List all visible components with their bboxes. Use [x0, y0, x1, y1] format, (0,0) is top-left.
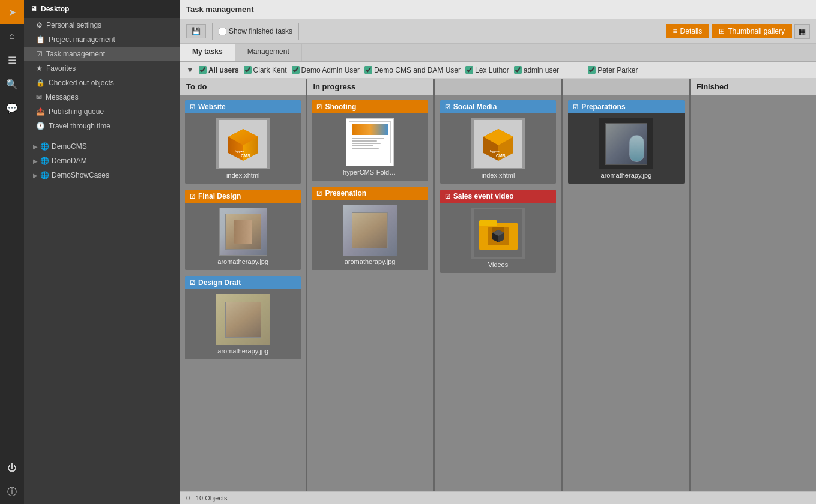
- file-thumb-design-draft: [216, 294, 270, 345]
- task-card-header-preparations: ☑ Preparations: [568, 100, 684, 113]
- nav-item-label: Task management: [46, 50, 105, 58]
- tab-my-tasks[interactable]: My tasks: [180, 44, 235, 61]
- sidebar-icon-menu[interactable]: ☰: [0, 48, 24, 72]
- cube-svg: hyper CMS: [219, 120, 267, 168]
- messages-icon: ✉: [36, 93, 42, 101]
- file-name-website: index.xhtml: [226, 172, 260, 179]
- filter-row: ▼ All users Clark Kent Demo Admin User D…: [180, 62, 816, 79]
- check-icon: ☑: [445, 193, 450, 200]
- lex-luthor-checkbox[interactable]: [465, 66, 473, 74]
- filter-all-users[interactable]: All users: [199, 66, 239, 74]
- svg-text:CMS: CMS: [496, 154, 506, 158]
- file-thumb-social-media: hyper CMS: [471, 118, 525, 169]
- show-finished-label[interactable]: Show finished tasks: [219, 27, 292, 35]
- filter-demo-cms-dam[interactable]: Demo CMS and DAM User: [364, 66, 461, 74]
- task-card-design-draft[interactable]: ☑ Design Draft aromatherapy.jpg: [185, 276, 301, 359]
- check-icon: ☑: [573, 104, 578, 110]
- task-card-body-shooting: hyperCMS-Folder_en.p...: [312, 113, 428, 181]
- kanban-column-finished: Finished: [691, 79, 816, 491]
- filter-admin-user[interactable]: admin user: [514, 66, 559, 74]
- sidebar-icon-info[interactable]: ⓘ: [0, 480, 24, 504]
- task-card-body-preparations: aromatherapy.jpg: [568, 113, 684, 184]
- sidebar-icon-home[interactable]: ⌂: [0, 24, 24, 48]
- nav-panel: 🖥 Desktop ⚙ Personal settings 📋 Project …: [24, 0, 180, 504]
- filter-clark-kent[interactable]: Clark Kent: [244, 66, 287, 74]
- details-view-button[interactable]: ≡ Details: [666, 24, 710, 38]
- arrow-right-icon: ▶: [33, 158, 38, 164]
- task-card-presenation[interactable]: ☑ Presenation aromatherapy.jpg: [312, 187, 428, 270]
- nav-item-label: Project management: [49, 35, 115, 44]
- task-card-social-media[interactable]: ☑ Social Media hyper CMS: [440, 100, 556, 184]
- nav-tree-label: DemoShowCases: [52, 171, 109, 179]
- svg-rect-14: [479, 220, 497, 226]
- tabs-row: My tasks Management: [180, 44, 816, 62]
- toolbar: 💾 Show finished tasks ≡ Details ⊞ Thumbn…: [180, 19, 816, 44]
- file-thumb-sales-event: [471, 208, 525, 259]
- nav-item-checked-out[interactable]: 🔒 Checked out objects: [24, 76, 180, 90]
- filter-lex-luthor[interactable]: Lex Luthor: [465, 66, 509, 74]
- nav-item-favorites[interactable]: ★ Favorites: [24, 61, 180, 76]
- peter-parker-checkbox[interactable]: [588, 66, 596, 74]
- grid-options-button[interactable]: ▦: [794, 24, 810, 39]
- nav-item-task-management[interactable]: ☑ Task management: [24, 47, 180, 61]
- check-icon: ☑: [316, 104, 322, 110]
- nav-item-personal-settings[interactable]: ⚙ Personal settings: [24, 18, 180, 32]
- nav-tree-item-demoshowcases[interactable]: ▶ 🌐 DemoShowCases: [24, 168, 180, 182]
- lock-icon: 🔒: [36, 79, 45, 87]
- file-name-final-design: aromatherapy.jpg: [217, 258, 268, 265]
- file-name-sales-event: Videos: [488, 261, 508, 268]
- nav-tree-item-demodam[interactable]: ▶ 🌐 DemoDAM: [24, 154, 180, 168]
- toolbar-separator2: [298, 23, 299, 40]
- task-card-sales-event[interactable]: ☑ Sales event video: [440, 190, 556, 273]
- nav-header-label: Desktop: [41, 5, 69, 13]
- nav-item-publishing-queue[interactable]: 📤 Publishing queue: [24, 104, 180, 119]
- nav-item-messages[interactable]: ✉ Messages: [24, 90, 180, 104]
- svg-text:hyper: hyper: [235, 149, 245, 153]
- personal-settings-icon: ⚙: [36, 21, 43, 29]
- thumbnail-icon: ⊞: [719, 27, 725, 35]
- thumbnail-view-button[interactable]: ⊞ Thumbnail gallery: [712, 24, 792, 38]
- nav-item-travel-through-time[interactable]: 🕐 Travel through time: [24, 119, 180, 133]
- file-name-preparations: aromatherapy.jpg: [601, 172, 652, 179]
- sidebar-icon-arrow[interactable]: ➤: [0, 0, 24, 24]
- file-name-shooting: hyperCMS-Folder_en.p...: [343, 169, 397, 176]
- file-name-design-draft: aromatherapy.jpg: [217, 347, 268, 355]
- favorites-icon: ★: [36, 64, 43, 73]
- nav-item-project-management[interactable]: 📋 Project management: [24, 32, 180, 47]
- admin-user-checkbox[interactable]: [514, 66, 522, 74]
- globe-icon: 🌐: [40, 142, 49, 151]
- filter-demo-admin[interactable]: Demo Admin User: [292, 66, 360, 74]
- demo-admin-checkbox[interactable]: [292, 66, 300, 74]
- clark-kent-checkbox[interactable]: [244, 66, 252, 74]
- task-card-header-final-design: ☑ Final Design: [185, 190, 301, 203]
- task-card-body-presenation: aromatherapy.jpg: [312, 200, 428, 270]
- clock-icon: 🕐: [36, 122, 45, 130]
- demo-cms-dam-checkbox[interactable]: [364, 66, 372, 74]
- task-card-header-design-draft: ☑ Design Draft: [185, 276, 301, 289]
- kanban-column-preparations: ☑ Preparations aromatherapy.jpg: [562, 79, 690, 491]
- tab-management[interactable]: Management: [235, 44, 302, 61]
- save-button[interactable]: 💾: [186, 24, 206, 38]
- task-card-website[interactable]: ☑ Website: [185, 100, 301, 184]
- task-card-preparations[interactable]: ☑ Preparations aromatherapy.jpg: [568, 100, 684, 184]
- task-card-shooting[interactable]: ☑ Shooting: [312, 100, 428, 181]
- svg-text:CMS: CMS: [241, 154, 250, 158]
- project-icon: 📋: [36, 35, 45, 44]
- filter-icon: ▼: [186, 65, 194, 74]
- file-thumb-website: hyper CMS: [216, 118, 270, 169]
- sidebar-icon-search[interactable]: 🔍: [0, 72, 24, 96]
- show-finished-checkbox[interactable]: [219, 28, 226, 35]
- all-users-checkbox[interactable]: [199, 66, 207, 74]
- filter-peter-parker[interactable]: Peter Parker: [588, 66, 638, 74]
- sidebar-icon-power[interactable]: ⏻: [0, 456, 24, 480]
- task-card-final-design[interactable]: ☑ Final Design aromatherapy.jpg: [185, 190, 301, 270]
- nav-tree-item-democms[interactable]: ▶ 🌐 DemoCMS: [24, 139, 180, 154]
- sidebar-icon-chat[interactable]: 💬: [0, 96, 24, 120]
- kanban-col-body-inprogress-left: ☑ Shooting: [307, 95, 432, 275]
- nav-item-label: Personal settings: [46, 21, 101, 29]
- nav-item-label: Travel through time: [49, 122, 110, 130]
- column-header-preparations: [563, 79, 689, 95]
- grid-icon: ▦: [799, 27, 806, 36]
- file-name-social-media: index.xhtml: [482, 172, 515, 179]
- nav-tree-label: DemoDAM: [52, 157, 87, 165]
